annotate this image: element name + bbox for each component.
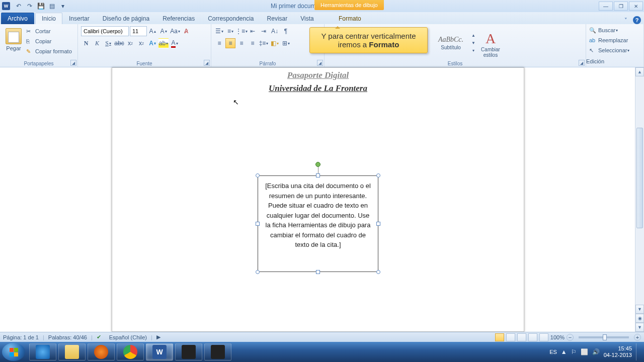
close-button[interactable]: ✕ <box>629 2 643 11</box>
tab-home[interactable]: Inicio <box>35 13 62 24</box>
scroll-thumb[interactable] <box>636 128 643 228</box>
resize-handle-tl[interactable] <box>256 173 260 177</box>
tray-show-hidden-icon[interactable]: ▲ <box>561 348 567 355</box>
save-button[interactable]: 💾 <box>36 2 45 11</box>
next-page-button[interactable]: ▼ <box>635 323 644 332</box>
zoom-slider-thumb[interactable] <box>603 334 607 340</box>
undo-button[interactable]: ↶ <box>14 2 23 11</box>
bullets-button[interactable]: ☰▾ <box>214 26 224 36</box>
paste-button[interactable]: Pegar <box>3 26 24 59</box>
justify-button[interactable]: ≡ <box>248 38 258 48</box>
resize-handle-b[interactable] <box>316 270 320 274</box>
tab-mail[interactable]: Correspondencia <box>201 13 260 24</box>
paragraph-dialog-launcher[interactable]: ◢ <box>317 60 323 66</box>
shrink-font-button[interactable]: A▼ <box>159 26 169 36</box>
align-center-button[interactable]: ≡ <box>225 38 235 48</box>
grow-font-button[interactable]: A▲ <box>148 26 158 36</box>
increase-indent-button[interactable]: ⇥ <box>259 26 269 36</box>
zoom-level[interactable]: 100% <box>550 334 565 340</box>
change-styles-button[interactable]: A Cambiar estilos <box>475 29 506 58</box>
align-left-button[interactable]: ≡ <box>214 38 224 48</box>
shading-button[interactable]: ◧▾ <box>270 38 280 48</box>
prev-page-button[interactable]: ◉ <box>635 314 644 323</box>
bold-button[interactable]: N <box>81 38 91 48</box>
numbering-button[interactable]: ≡▾ <box>225 26 235 36</box>
font-name-combo[interactable] <box>81 26 129 36</box>
replace-button[interactable]: abReemplazar <box>589 35 640 45</box>
view-full-reading[interactable] <box>506 333 515 341</box>
taskbar-app2[interactable] <box>204 343 231 360</box>
view-print-layout[interactable] <box>495 333 504 341</box>
align-right-button[interactable]: ≡ <box>236 38 247 48</box>
clipboard-dialog-launcher[interactable]: ◢ <box>70 60 76 66</box>
borders-button[interactable]: ⊞▾ <box>281 38 291 48</box>
resize-handle-tr[interactable] <box>376 173 380 177</box>
font-size-combo[interactable] <box>130 26 147 36</box>
minimize-button[interactable]: — <box>599 2 613 11</box>
resize-handle-br[interactable] <box>376 270 380 274</box>
strike-button[interactable]: abc <box>114 38 124 48</box>
taskbar-explorer[interactable] <box>58 343 86 360</box>
style-item-subtitle[interactable]: AaBbCc.Subtítulo <box>433 35 468 51</box>
highlight-button[interactable]: ab▾ <box>158 38 169 48</box>
vertical-scrollbar[interactable]: ▲ ▼ ◉ ▼ <box>635 67 644 332</box>
resize-handle-l[interactable] <box>256 222 260 226</box>
tray-network-icon[interactable]: ⬜ <box>581 348 588 355</box>
view-web-layout[interactable] <box>517 333 526 341</box>
change-case-button[interactable]: Aa▾ <box>170 26 180 36</box>
decrease-indent-button[interactable]: ⇤ <box>248 26 258 36</box>
tray-clock[interactable]: 15:45 04-12-2013 <box>604 345 632 358</box>
redo-button[interactable]: ↷ <box>25 2 34 11</box>
format-painter-button[interactable]: ✎Copiar formato <box>26 46 72 56</box>
document-page[interactable]: Pasaporte Digital Universidad de La Fron… <box>112 67 524 332</box>
minimize-ribbon-icon[interactable]: ˅ <box>622 16 630 24</box>
resize-handle-t[interactable] <box>316 173 320 177</box>
start-button[interactable] <box>2 343 25 361</box>
taskbar-chrome[interactable] <box>117 343 144 360</box>
clear-format-button[interactable]: A̷ <box>181 26 191 36</box>
scroll-down-button[interactable]: ▼ <box>635 305 644 314</box>
line-spacing-button[interactable]: ‡≡▾ <box>259 38 269 48</box>
tray-action-center-icon[interactable]: ⚐ <box>571 348 577 355</box>
text-box-content[interactable]: [Escriba una cita del documento o el res… <box>258 176 378 255</box>
cut-button[interactable]: ✂Cortar <box>26 26 72 36</box>
view-outline[interactable] <box>528 333 537 341</box>
copy-button[interactable]: ⎘Copiar <box>26 36 72 46</box>
tab-review[interactable]: Revisar <box>261 13 294 24</box>
tab-file[interactable]: Archivo <box>1 13 34 24</box>
scroll-up-button[interactable]: ▲ <box>635 67 644 76</box>
text-effects-button[interactable]: A▾ <box>147 38 157 48</box>
taskbar-ie[interactable] <box>29 343 56 360</box>
taskbar-mediaplayer[interactable] <box>88 343 115 360</box>
qat-customize-button[interactable]: ▾ <box>58 2 67 11</box>
tab-insert[interactable]: Insertar <box>62 13 96 24</box>
show-desktop-button[interactable] <box>636 343 640 360</box>
print-preview-button[interactable]: ▤ <box>47 2 56 11</box>
rotation-handle[interactable] <box>315 162 320 167</box>
find-button[interactable]: 🔍Buscar ▾ <box>589 25 640 35</box>
zoom-out-button[interactable]: − <box>567 334 574 341</box>
font-dialog-launcher[interactable]: ◢ <box>204 60 210 66</box>
tab-references[interactable]: Referencias <box>156 13 201 24</box>
restore-button[interactable]: ❐ <box>614 2 628 11</box>
view-draft[interactable] <box>539 333 548 341</box>
sort-button[interactable]: A↓ <box>270 26 280 36</box>
zoom-in-button[interactable]: + <box>634 334 641 341</box>
italic-button[interactable]: K <box>92 38 102 48</box>
superscript-button[interactable]: x2 <box>136 38 146 48</box>
select-button[interactable]: ↖Seleccionar ▾ <box>589 45 640 55</box>
macro-icon[interactable]: ▶ <box>156 334 160 340</box>
status-language[interactable]: Español (Chile) <box>109 334 147 340</box>
tray-volume-icon[interactable]: 🔊 <box>592 348 600 355</box>
tray-lang[interactable]: ES <box>549 349 557 355</box>
font-color-button[interactable]: A▾ <box>170 38 180 48</box>
styles-dialog-launcher[interactable]: ◢ <box>579 60 585 66</box>
zoom-slider[interactable] <box>579 336 629 338</box>
taskbar-word[interactable]: W <box>146 343 173 360</box>
tab-format[interactable]: Formato <box>332 13 368 24</box>
multilevel-button[interactable]: ⋮≡▾ <box>236 26 247 36</box>
help-icon[interactable]: ? <box>633 16 641 24</box>
tab-view[interactable]: Vista <box>294 13 320 24</box>
status-page[interactable]: Página: 1 de 1 <box>3 334 39 340</box>
status-words[interactable]: Palabras: 40/46 <box>48 334 87 340</box>
